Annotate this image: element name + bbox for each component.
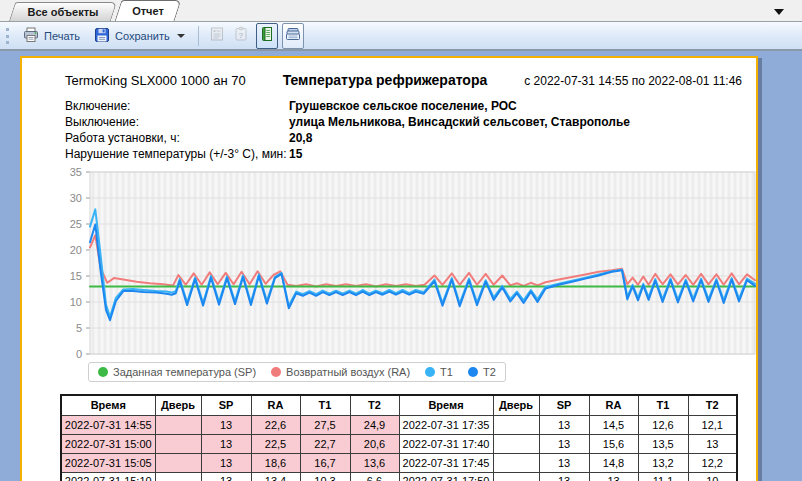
tab-list-dropdown-icon[interactable] — [774, 9, 784, 15]
table-cell: 2022-07-31 15:10 — [61, 472, 155, 481]
toolbar: Печать Сохранить — [0, 22, 802, 51]
legend-dot-icon — [271, 367, 281, 377]
portrait-view-button[interactable] — [256, 23, 278, 49]
table-cell: 13 — [201, 472, 251, 481]
table-cell: 12,2 — [688, 453, 737, 472]
table-header-cell: SP — [201, 395, 251, 415]
print-button[interactable]: Печать — [17, 24, 86, 48]
landscape-view-button[interactable] — [282, 23, 304, 49]
legend-item-t2: T2 — [468, 366, 496, 378]
info-row: Включение: Грушевское сельское поселение… — [65, 98, 630, 114]
info-row: Нарушение температуры (+/-3° C), мин: 15 — [65, 146, 630, 162]
svg-text:?: ? — [238, 30, 243, 39]
legend-dot-icon — [425, 367, 435, 377]
tab-bar: Все объекты Отчет — [0, 0, 802, 22]
report-page: TermoKing SLX000 1000 ан 70 Температура … — [20, 56, 758, 481]
table-cell: 2022-07-31 15:00 — [61, 434, 155, 453]
temperature-chart: 05101520253035 — [64, 162, 764, 368]
table-cell: 15,6 — [589, 434, 638, 453]
info-value: улица Мельникова, Винсадский сельсовет, … — [289, 115, 630, 129]
svg-text:20: 20 — [70, 244, 82, 256]
table-cell: 13,6 — [350, 453, 399, 472]
table-header-cell: Время — [61, 395, 155, 415]
svg-text:15: 15 — [70, 270, 82, 282]
table-cell: 14,8 — [589, 453, 638, 472]
table-cell: 27,5 — [300, 415, 350, 434]
tab-report-label: Отчет — [132, 5, 164, 17]
help-button[interactable]: ? — [230, 23, 252, 49]
table-cell — [155, 472, 201, 481]
table-cell: 13,4 — [251, 472, 300, 481]
table-cell — [155, 434, 201, 453]
legend-item-t1: T1 — [425, 366, 453, 378]
legend-item-ra: Возвратный воздух (RA) — [271, 366, 410, 378]
table-row: 2022-07-31 15:051318,616,713,62022-07-31… — [61, 453, 737, 472]
svg-text:0: 0 — [76, 348, 82, 360]
tab-all-objects[interactable]: Все объекты — [12, 2, 114, 21]
report-settings-icon — [209, 26, 225, 46]
toolbar-separator — [198, 26, 199, 46]
table-row: 2022-07-31 15:001322,522,720,62022-07-31… — [61, 434, 737, 453]
svg-text:5: 5 — [76, 322, 82, 334]
info-value: 15 — [289, 147, 302, 161]
table-header-cell: Дверь — [493, 395, 539, 415]
table-cell: 13 — [688, 434, 737, 453]
info-value: 20,8 — [289, 131, 312, 145]
table-row: 2022-07-31 14:551322,627,524,92022-07-31… — [61, 415, 737, 434]
table-cell: 13,5 — [638, 434, 688, 453]
table-cell: 13,2 — [638, 453, 688, 472]
report-title: Температура рефрижератора — [246, 72, 525, 88]
table-cell: 2022-07-31 15:05 — [61, 453, 155, 472]
table-cell — [493, 453, 539, 472]
report-settings-button[interactable] — [206, 23, 228, 49]
legend-label: Возвратный воздух (RA) — [286, 366, 410, 378]
table-cell — [493, 434, 539, 453]
svg-text:10: 10 — [70, 296, 82, 308]
table-cell: 2022-07-31 17:40 — [399, 434, 493, 453]
table-header-cell: T1 — [300, 395, 350, 415]
table-cell: 10 — [688, 472, 737, 481]
table-cell: 13 — [539, 472, 589, 481]
svg-text:35: 35 — [70, 166, 82, 178]
svg-text:30: 30 — [70, 192, 82, 204]
table-cell: 13 — [539, 453, 589, 472]
portrait-page-icon — [259, 26, 275, 46]
save-button[interactable]: Сохранить — [88, 24, 191, 48]
info-label: Включение: — [65, 99, 289, 113]
legend-label: Заданная температура (SP) — [113, 366, 256, 378]
legend-dot-icon — [468, 367, 478, 377]
table-cell: 6,6 — [350, 472, 399, 481]
info-label: Работа установки, ч: — [65, 131, 289, 145]
info-label: Нарушение температуры (+/-3° C), мин: — [65, 147, 289, 161]
table-header-cell: RA — [251, 395, 300, 415]
table-cell: 18,6 — [251, 453, 300, 472]
table-cell: 16,7 — [300, 453, 350, 472]
tab-report[interactable]: Отчет — [118, 0, 178, 21]
svg-text:25: 25 — [70, 218, 82, 230]
landscape-page-icon — [285, 26, 301, 46]
table-cell: 13 — [201, 415, 251, 434]
toolbar-grip-handle[interactable] — [6, 28, 9, 44]
table-cell: 13 — [201, 434, 251, 453]
table-cell: 24,9 — [350, 415, 399, 434]
table-cell — [155, 415, 201, 434]
table-cell: 13 — [539, 415, 589, 434]
table-cell — [493, 472, 539, 481]
table-header-cell: RA — [589, 395, 638, 415]
table-header-cell: T2 — [350, 395, 399, 415]
report-info-block: Включение: Грушевское сельское поселение… — [65, 98, 630, 162]
save-dropdown-caret-icon[interactable] — [177, 34, 185, 38]
table-header-cell: Дверь — [155, 395, 201, 415]
table-header-cell: SP — [539, 395, 589, 415]
save-button-label: Сохранить — [115, 30, 170, 42]
save-icon — [94, 27, 110, 45]
report-header: TermoKing SLX000 1000 ан 70 Температура … — [65, 72, 742, 88]
table-cell: 11,1 — [638, 472, 688, 481]
legend-item-sp: Заданная температура (SP) — [98, 366, 256, 378]
table-cell: 20,6 — [350, 434, 399, 453]
table-cell — [155, 453, 201, 472]
table-cell: 2022-07-31 17:50 — [399, 472, 493, 481]
help-icon: ? — [233, 26, 249, 46]
table-cell: 13 — [201, 453, 251, 472]
info-row: Выключение: улица Мельникова, Винсадский… — [65, 114, 630, 130]
